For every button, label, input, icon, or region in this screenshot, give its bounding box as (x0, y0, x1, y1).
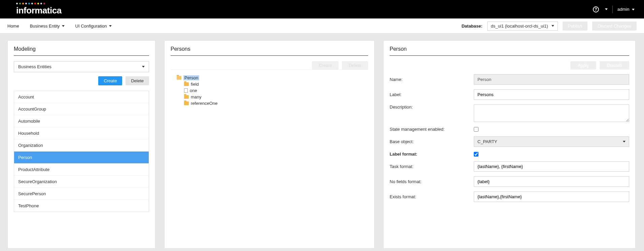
modeling-buttons: Create Delete (14, 76, 149, 85)
entity-list-item[interactable]: TestPhone (14, 200, 149, 212)
label-format-label: Label format: (390, 152, 474, 157)
delete-button[interactable]: Delete (126, 76, 149, 85)
database-value: ds_ui1 (localhost-orcl-ds_ui1) (491, 24, 548, 29)
header-right: ? admin (593, 6, 635, 13)
entity-list-item[interactable]: Automobile (14, 115, 149, 127)
entity-list-item[interactable]: Organization (14, 139, 149, 152)
tree-root[interactable]: Person (177, 75, 368, 81)
discard-changes-button[interactable]: Discard Changes (592, 22, 637, 31)
row-label: Label: (390, 89, 629, 100)
apply-button[interactable]: Apply (570, 61, 596, 70)
label-input[interactable] (474, 89, 629, 100)
nav-ui-configuration[interactable]: UI Configuration (75, 24, 112, 29)
name-label: Name: (390, 77, 474, 82)
entity-list-item[interactable]: AccountGroup (14, 103, 149, 115)
chevron-down-icon (623, 141, 625, 142)
nav-ui-config-label: UI Configuration (75, 24, 107, 29)
modeling-type-value: Business Entities (18, 64, 51, 69)
chevron-down-icon (142, 66, 145, 68)
entity-list-item[interactable]: Person (14, 152, 149, 164)
base-object-label: Base object: (390, 139, 474, 144)
tree-node[interactable]: one (184, 87, 368, 94)
brand-text: informatica (16, 5, 62, 16)
chevron-down-icon (551, 25, 554, 27)
no-fields-label: No fields format: (390, 179, 474, 184)
exists-input[interactable] (474, 192, 629, 202)
chevron-down-icon (62, 25, 65, 27)
tree-node[interactable]: field (184, 81, 368, 87)
label-format-checkbox[interactable] (474, 152, 478, 157)
tree-node-label: one (190, 88, 197, 93)
row-description: Description: (390, 104, 629, 122)
task-format-input[interactable] (474, 161, 629, 172)
tree-panel: Persons Create Delete Person fieldoneman… (164, 40, 374, 249)
nav-business-entity[interactable]: Business Entity (30, 24, 65, 29)
tree-create-button[interactable]: Create (312, 61, 338, 70)
modeling-title: Modeling (14, 46, 149, 56)
navbar: Home Business Entity UI Configuration Da… (0, 18, 644, 34)
base-object-select[interactable]: C_PARTY (474, 136, 629, 147)
folder-icon (184, 101, 189, 105)
exists-label: Exists format: (390, 194, 474, 199)
tree-title: Persons (171, 46, 368, 56)
state-checkbox[interactable] (474, 127, 478, 132)
name-input[interactable] (474, 74, 629, 85)
description-label: Description: (390, 104, 474, 110)
database-label: Database: (462, 24, 482, 29)
tree-node[interactable]: referenceOne (184, 100, 368, 107)
row-task-format: Task format: (390, 161, 629, 172)
help-caret-icon[interactable] (605, 8, 608, 10)
entity-list-item[interactable]: SecurePerson (14, 188, 149, 200)
row-state: State management enabled: (390, 127, 629, 132)
create-button[interactable]: Create (98, 76, 122, 85)
file-icon (184, 88, 188, 93)
tree-node-label: many (191, 94, 202, 99)
entity-list-item[interactable]: SecureOrganization (14, 176, 149, 188)
brand-dots (16, 3, 45, 4)
brand: informatica (16, 3, 62, 16)
tree-node[interactable]: many (184, 94, 368, 100)
row-label-format: Label format: (390, 152, 629, 157)
description-input[interactable] (474, 104, 629, 122)
discard-button[interactable]: Discard (600, 61, 629, 70)
chevron-down-icon (109, 25, 112, 27)
tree-node-label: field (191, 82, 199, 87)
entity-tree: Person fieldonemanyreferenceOne (171, 75, 368, 107)
tree-buttons: Create Delete (171, 61, 368, 70)
entity-list-item[interactable]: ProductAttribute (14, 164, 149, 176)
nav-home-label: Home (7, 24, 19, 29)
publish-button[interactable]: Publish (563, 22, 588, 31)
folder-icon (184, 82, 189, 86)
modeling-type-select[interactable]: Business Entities (14, 61, 149, 72)
row-exists: Exists format: (390, 192, 629, 202)
detail-buttons: Apply Discard (390, 61, 629, 70)
no-fields-input[interactable] (474, 176, 629, 187)
user-menu[interactable]: admin (617, 7, 635, 12)
tree-delete-button[interactable]: Delete (342, 61, 368, 70)
separator (612, 6, 613, 13)
detail-title: Person (390, 46, 629, 56)
main-content: Modeling Business Entities Create Delete… (0, 34, 644, 251)
database-select[interactable]: ds_ui1 (localhost-orcl-ds_ui1) (487, 22, 558, 31)
nav-home[interactable]: Home (7, 24, 19, 29)
modeling-panel: Modeling Business Entities Create Delete… (7, 40, 155, 249)
row-name: Name: (390, 74, 629, 85)
entity-list: AccountAccountGroupAutomobileHouseholdOr… (14, 91, 149, 212)
help-icon[interactable]: ? (593, 6, 599, 12)
user-caret-icon (632, 9, 635, 10)
user-label: admin (617, 7, 629, 12)
base-object-value: C_PARTY (477, 139, 497, 144)
tree-root-label: Person (183, 75, 199, 80)
entity-list-item[interactable]: Account (14, 91, 149, 103)
folder-icon (184, 95, 189, 99)
nav-business-entity-label: Business Entity (30, 24, 60, 29)
folder-open-icon (177, 76, 181, 80)
label-label: Label: (390, 92, 474, 97)
entity-list-item[interactable]: Household (14, 127, 149, 139)
row-base-object: Base object: C_PARTY (390, 136, 629, 147)
detail-panel: Person Apply Discard Name: Label: Descri… (383, 40, 636, 249)
task-format-label: Task format: (390, 164, 474, 169)
app-header: informatica ? admin (0, 0, 644, 18)
nav-right: Database: ds_ui1 (localhost-orcl-ds_ui1)… (462, 22, 637, 31)
row-no-fields: No fields format: (390, 176, 629, 187)
